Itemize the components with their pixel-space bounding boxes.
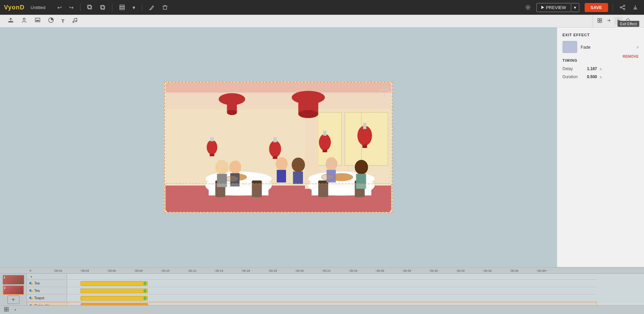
track-icon-tea2: 🎭 <box>29 289 33 293</box>
settings-button[interactable] <box>523 3 533 12</box>
track-bar-fancy[interactable] <box>81 303 148 305</box>
ruler-8: 00:18 <box>268 269 295 272</box>
effect-name: Fade <box>581 45 634 50</box>
svg-rect-14 <box>35 18 40 22</box>
track-bar-tea2[interactable] <box>80 289 148 293</box>
track-bar-teapot[interactable] <box>80 296 148 301</box>
svg-point-61 <box>215 160 229 175</box>
ruler-18: 00:36+ <box>537 269 564 272</box>
redo-button[interactable]: ↪ <box>67 3 75 12</box>
track-label-fancy: 🎭 Fancy cha <box>27 302 67 305</box>
upload-button[interactable] <box>5 16 16 26</box>
svg-rect-78 <box>598 21 599 22</box>
layers-dropdown[interactable]: ▾ <box>130 3 137 12</box>
track-name-tea1: Tea <box>34 281 40 285</box>
effect-next-arrow[interactable]: › <box>637 44 639 50</box>
svg-point-71 <box>355 160 368 175</box>
track-row-fancy: 🎭 Fancy cha <box>27 302 597 305</box>
scene-thumb-1[interactable]: 1 <box>3 275 24 284</box>
svg-rect-6 <box>120 8 124 10</box>
svg-rect-40 <box>323 131 327 136</box>
panel-exit-button[interactable] <box>614 17 623 25</box>
ruler-7: 00:16 <box>241 269 268 272</box>
handle-tr[interactable] <box>390 82 392 84</box>
download-button[interactable] <box>631 3 640 11</box>
right-panel: EXIT EFFECT REMOVE Fade › TIMING Delay 1… <box>557 28 644 267</box>
character-button[interactable] <box>19 16 30 26</box>
ruler-2: 00:06 <box>107 269 134 272</box>
preview-dropdown-button[interactable]: ▾ <box>571 3 579 12</box>
timing-title: TIMING <box>562 58 639 62</box>
svg-point-39 <box>319 134 331 150</box>
svg-point-74 <box>322 174 335 180</box>
track-collapse-row: ▾ <box>27 274 597 280</box>
panel-loop-button[interactable] <box>624 17 632 25</box>
add-track-button[interactable]: + <box>13 307 18 313</box>
svg-point-10 <box>620 7 622 8</box>
svg-rect-83 <box>7 310 8 311</box>
handle-br[interactable] <box>390 210 392 213</box>
svg-rect-82 <box>4 310 6 311</box>
ruler-11: 00:24 <box>349 269 376 272</box>
ruler-17: 00:36 <box>510 269 537 272</box>
copy-button[interactable] <box>85 3 95 11</box>
svg-rect-76 <box>598 18 599 20</box>
track-label-teapot: 🎭 Teapot <box>27 295 67 302</box>
add-scene-button[interactable]: + <box>7 296 19 304</box>
remove-link[interactable]: REMOVE <box>623 54 639 58</box>
svg-point-30 <box>227 110 237 115</box>
music-button[interactable] <box>69 16 80 26</box>
panel-enter-button[interactable] <box>605 17 613 25</box>
svg-point-16 <box>73 21 74 22</box>
chart-button[interactable] <box>46 16 56 26</box>
duration-unit: s <box>600 75 602 79</box>
timeline-menu-btn[interactable]: ≡ <box>28 268 33 273</box>
paint-button[interactable] <box>147 3 157 12</box>
track-name-tea2: Tea <box>34 289 40 293</box>
track-collapse-label: ▾ <box>27 274 67 279</box>
layers-button[interactable] <box>117 3 127 12</box>
svg-rect-7 <box>163 6 167 9</box>
scene-2-num: 2 <box>4 286 6 290</box>
svg-point-13 <box>23 18 25 20</box>
text-button[interactable]: T <box>59 17 67 25</box>
scene-2-preview <box>3 286 23 294</box>
track-label-tea1: 🎭 Tea <box>27 280 67 287</box>
track-name-fancy: Fancy cha <box>35 304 50 306</box>
handle-tl[interactable] <box>164 82 167 84</box>
handle-bl[interactable] <box>164 210 167 213</box>
scene-canvas[interactable] <box>164 82 392 213</box>
scene-illustration <box>165 83 392 212</box>
svg-point-73 <box>226 176 238 181</box>
scene-button[interactable] <box>32 16 43 26</box>
panel-grid-button[interactable] <box>596 17 604 25</box>
timeline-ruler: ≡ 00:02 00:04 00:06 00:08 00:10 00:12 00… <box>0 268 644 274</box>
svg-rect-79 <box>600 21 602 22</box>
bottom-bar: + <box>0 305 644 314</box>
save-button[interactable]: SAVE <box>585 3 608 12</box>
track-label-tea2: 🎭 Tea <box>27 287 67 294</box>
preview-button[interactable]: PREVIEW <box>536 3 571 12</box>
svg-rect-38 <box>273 156 277 159</box>
svg-point-8 <box>527 6 529 8</box>
collapse-button[interactable]: ▾ <box>29 274 34 279</box>
delay-value: 1.167 <box>587 66 597 71</box>
svg-point-11 <box>624 8 625 10</box>
svg-rect-66 <box>277 170 286 182</box>
document-title: Untitled <box>31 5 45 10</box>
trash-button[interactable] <box>160 3 170 11</box>
undo-button[interactable]: ↩ <box>55 3 64 12</box>
duration-value: 0.500 <box>587 74 597 79</box>
paste-button[interactable] <box>98 3 107 11</box>
grid-view-button[interactable] <box>3 306 10 313</box>
separator-1 <box>80 4 80 11</box>
svg-point-33 <box>298 110 318 118</box>
tracks-area[interactable]: ▾ 🎭 Tea 🎭 Tea <box>27 274 644 305</box>
scene-thumb-2[interactable]: 2 <box>3 285 24 295</box>
svg-point-45 <box>207 140 217 155</box>
share-button[interactable] <box>618 3 627 11</box>
svg-rect-47 <box>210 154 214 156</box>
track-bar-tea1[interactable] <box>80 281 148 286</box>
panel-more-button[interactable]: ⋯ <box>633 17 641 25</box>
svg-point-17 <box>75 20 77 22</box>
